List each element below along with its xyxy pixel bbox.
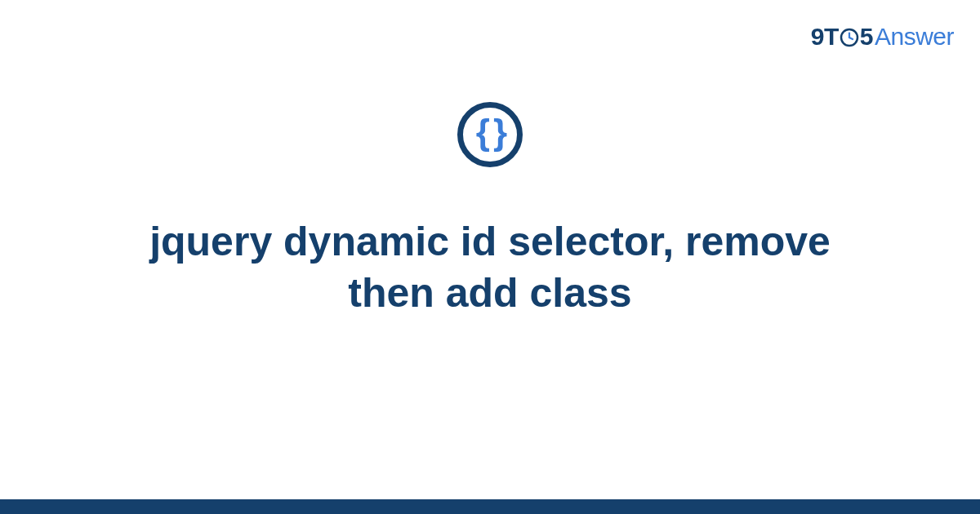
logo-text-5: 5: [860, 23, 873, 51]
clock-icon: [840, 28, 859, 47]
logo-text-answer: Answer: [875, 23, 954, 51]
svg-line-2: [849, 38, 853, 39]
logo-text-9t: 9T: [811, 23, 839, 51]
topic-icon-circle: { }: [457, 102, 523, 167]
question-title: jquery dynamic id selector, remove then …: [122, 216, 858, 318]
footer-bar: [0, 499, 980, 514]
main-content: { } jquery dynamic id selector, remove t…: [0, 102, 980, 318]
code-braces-icon: { }: [476, 114, 504, 150]
site-logo: 9T 5 Answer: [811, 23, 954, 51]
